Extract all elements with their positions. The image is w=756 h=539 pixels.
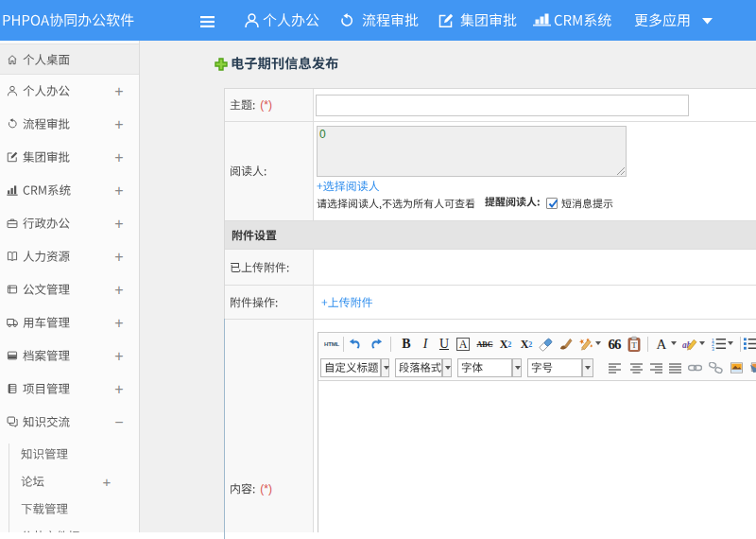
svg-text:T: T: [631, 340, 637, 350]
svg-text:3: 3: [712, 346, 714, 352]
